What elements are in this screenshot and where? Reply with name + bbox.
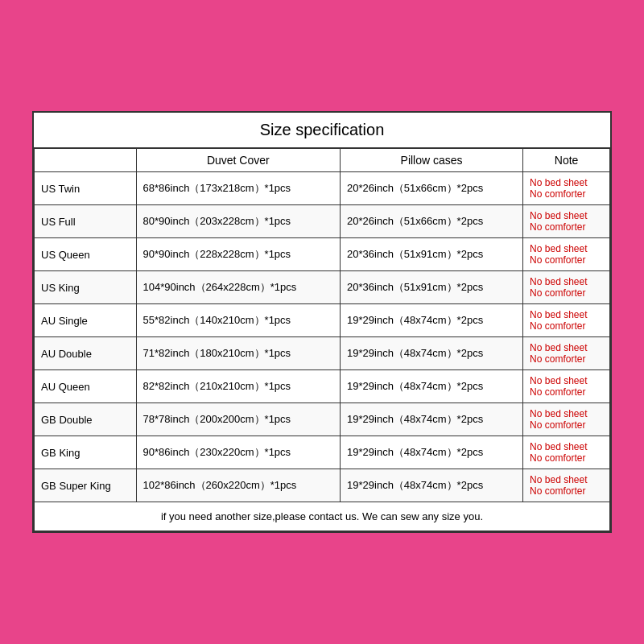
cell-size: GB Super King bbox=[35, 469, 137, 502]
cell-duvet: 102*86inch（260x220cm）*1pcs bbox=[136, 469, 341, 502]
size-table: Duvet Cover Pillow cases Note US Twin68*… bbox=[34, 148, 610, 531]
table-body: US Twin68*86inch（173x218cm）*1pcs20*26inc… bbox=[35, 172, 610, 502]
col-header-size bbox=[35, 149, 137, 172]
table-row: US King104*90inch（264x228cm）*1pcs20*36in… bbox=[35, 271, 610, 304]
col-header-note: Note bbox=[523, 149, 610, 172]
cell-duvet: 71*82inch（180x210cm）*1pcs bbox=[136, 337, 341, 370]
table-row: AU Double71*82inch（180x210cm）*1pcs19*29i… bbox=[35, 337, 610, 370]
cell-note: No bed sheetNo comforter bbox=[523, 271, 610, 304]
table-row: AU Queen82*82inch（210x210cm）*1pcs19*29in… bbox=[35, 370, 610, 403]
cell-duvet: 55*82inch（140x210cm）*1pcs bbox=[136, 304, 341, 337]
cell-size: US Twin bbox=[35, 172, 137, 205]
cell-size: GB King bbox=[35, 436, 137, 469]
cell-duvet: 68*86inch（173x218cm）*1pcs bbox=[136, 172, 341, 205]
cell-pillow: 19*29inch（48x74cm）*2pcs bbox=[341, 436, 523, 469]
footer-row: if you need another size,please contact … bbox=[35, 502, 610, 531]
cell-pillow: 19*29inch（48x74cm）*2pcs bbox=[341, 304, 523, 337]
table-row: US Queen90*90inch（228x228cm）*1pcs20*36in… bbox=[35, 238, 610, 271]
cell-note: No bed sheetNo comforter bbox=[523, 436, 610, 469]
table-wrapper: Size specification Duvet Cover Pillow ca… bbox=[32, 111, 612, 533]
cell-pillow: 20*26inch（51x66cm）*2pcs bbox=[341, 205, 523, 238]
cell-note: No bed sheetNo comforter bbox=[523, 469, 610, 502]
cell-pillow: 19*29inch（48x74cm）*2pcs bbox=[341, 469, 523, 502]
cell-duvet: 80*90inch（203x228cm）*1pcs bbox=[136, 205, 341, 238]
cell-pillow: 19*29inch（48x74cm）*2pcs bbox=[341, 337, 523, 370]
cell-duvet: 90*90inch（228x228cm）*1pcs bbox=[136, 238, 341, 271]
cell-duvet: 90*86inch（230x220cm）*1pcs bbox=[136, 436, 341, 469]
table-row: US Twin68*86inch（173x218cm）*1pcs20*26inc… bbox=[35, 172, 610, 205]
table-row: AU Single55*82inch（140x210cm）*1pcs19*29i… bbox=[35, 304, 610, 337]
cell-size: US Queen bbox=[35, 238, 137, 271]
page-container: Size specification Duvet Cover Pillow ca… bbox=[8, 87, 636, 557]
col-header-pillow: Pillow cases bbox=[341, 149, 523, 172]
table-row: US Full80*90inch（203x228cm）*1pcs20*26inc… bbox=[35, 205, 610, 238]
cell-note: No bed sheetNo comforter bbox=[523, 304, 610, 337]
table-row: GB Double78*78inch（200x200cm）*1pcs19*29i… bbox=[35, 403, 610, 436]
cell-size: US Full bbox=[35, 205, 137, 238]
cell-note: No bed sheetNo comforter bbox=[523, 205, 610, 238]
cell-duvet: 82*82inch（210x210cm）*1pcs bbox=[136, 370, 341, 403]
table-row: GB King90*86inch（230x220cm）*1pcs19*29inc… bbox=[35, 436, 610, 469]
cell-size: AU Double bbox=[35, 337, 137, 370]
cell-note: No bed sheetNo comforter bbox=[523, 172, 610, 205]
cell-size: AU Queen bbox=[35, 370, 137, 403]
table-title: Size specification bbox=[34, 113, 610, 148]
cell-size: GB Double bbox=[35, 403, 137, 436]
cell-pillow: 20*26inch（51x66cm）*2pcs bbox=[341, 172, 523, 205]
cell-pillow: 19*29inch（48x74cm）*2pcs bbox=[341, 403, 523, 436]
col-header-duvet: Duvet Cover bbox=[136, 149, 341, 172]
header-row: Duvet Cover Pillow cases Note bbox=[35, 149, 610, 172]
cell-duvet: 104*90inch（264x228cm）*1pcs bbox=[136, 271, 341, 304]
cell-note: No bed sheetNo comforter bbox=[523, 403, 610, 436]
cell-pillow: 20*36inch（51x91cm）*2pcs bbox=[341, 238, 523, 271]
cell-note: No bed sheetNo comforter bbox=[523, 337, 610, 370]
cell-size: US King bbox=[35, 271, 137, 304]
cell-note: No bed sheetNo comforter bbox=[523, 370, 610, 403]
cell-size: AU Single bbox=[35, 304, 137, 337]
cell-duvet: 78*78inch（200x200cm）*1pcs bbox=[136, 403, 341, 436]
cell-pillow: 20*36inch（51x91cm）*2pcs bbox=[341, 271, 523, 304]
cell-note: No bed sheetNo comforter bbox=[523, 238, 610, 271]
table-row: GB Super King102*86inch（260x220cm）*1pcs1… bbox=[35, 469, 610, 502]
footer-text: if you need another size,please contact … bbox=[35, 502, 610, 531]
cell-pillow: 19*29inch（48x74cm）*2pcs bbox=[341, 370, 523, 403]
